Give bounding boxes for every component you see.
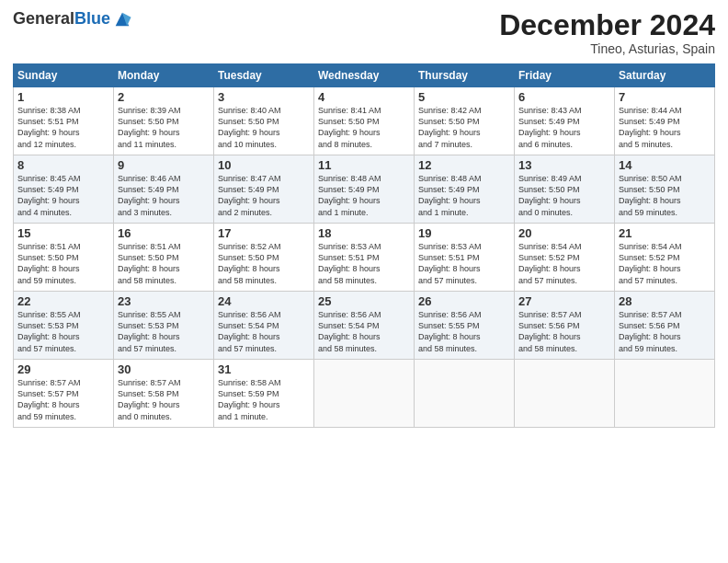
cell-text: Sunrise: 8:50 AM Sunset: 5:50 PM Dayligh… — [619, 173, 711, 218]
day-number: 5 — [418, 90, 510, 104]
cell-3-0: 22Sunrise: 8:55 AM Sunset: 5:53 PM Dayli… — [14, 292, 114, 360]
day-number: 4 — [318, 90, 410, 104]
cell-text: Sunrise: 8:41 AM Sunset: 5:50 PM Dayligh… — [318, 105, 410, 150]
location: Tineo, Asturias, Spain — [499, 41, 715, 56]
cell-0-6: 7Sunrise: 8:44 AM Sunset: 5:49 PM Daylig… — [615, 87, 715, 155]
month-title: December 2024 — [499, 9, 715, 41]
day-number: 12 — [418, 158, 510, 172]
cell-text: Sunrise: 8:42 AM Sunset: 5:50 PM Dayligh… — [418, 105, 510, 150]
day-number: 27 — [518, 294, 610, 308]
header-saturday: Saturday — [615, 64, 715, 87]
calendar-body: 1Sunrise: 8:38 AM Sunset: 5:51 PM Daylig… — [14, 87, 715, 428]
cell-1-0: 8Sunrise: 8:45 AM Sunset: 5:49 PM Daylig… — [14, 155, 114, 224]
header-tuesday: Tuesday — [214, 64, 314, 87]
cell-3-3: 25Sunrise: 8:56 AM Sunset: 5:54 PM Dayli… — [314, 292, 415, 360]
header-row: SundayMondayTuesdayWednesdayThursdayFrid… — [14, 64, 715, 87]
cell-1-2: 10Sunrise: 8:47 AM Sunset: 5:49 PM Dayli… — [214, 155, 314, 224]
cell-1-4: 12Sunrise: 8:48 AM Sunset: 5:49 PM Dayli… — [415, 155, 515, 224]
cell-text: Sunrise: 8:49 AM Sunset: 5:50 PM Dayligh… — [518, 173, 610, 218]
day-number: 19 — [418, 226, 510, 240]
logo-blue: Blue — [74, 9, 110, 28]
day-number: 29 — [17, 362, 109, 376]
cell-text: Sunrise: 8:57 AM Sunset: 5:56 PM Dayligh… — [518, 309, 610, 354]
header-wednesday: Wednesday — [314, 64, 415, 87]
calendar-table: SundayMondayTuesdayWednesdayThursdayFrid… — [13, 63, 715, 428]
day-number: 8 — [17, 158, 109, 172]
cell-1-6: 14Sunrise: 8:50 AM Sunset: 5:50 PM Dayli… — [615, 155, 715, 224]
day-number: 23 — [118, 294, 210, 308]
cell-text: Sunrise: 8:44 AM Sunset: 5:49 PM Dayligh… — [619, 105, 711, 150]
cell-text: Sunrise: 8:43 AM Sunset: 5:49 PM Dayligh… — [518, 105, 610, 150]
cell-2-3: 18Sunrise: 8:53 AM Sunset: 5:51 PM Dayli… — [314, 224, 415, 292]
cell-4-5 — [515, 360, 615, 428]
day-number: 31 — [218, 362, 310, 376]
header-monday: Monday — [114, 64, 214, 87]
cell-text: Sunrise: 8:51 AM Sunset: 5:50 PM Dayligh… — [17, 241, 109, 286]
title-block: December 2024 Tineo, Asturias, Spain — [499, 9, 715, 56]
cell-text: Sunrise: 8:55 AM Sunset: 5:53 PM Dayligh… — [118, 309, 210, 354]
day-number: 7 — [619, 90, 711, 104]
header-thursday: Thursday — [415, 64, 515, 87]
cell-4-6 — [615, 360, 715, 428]
week-row-2: 15Sunrise: 8:51 AM Sunset: 5:50 PM Dayli… — [14, 224, 715, 292]
cell-3-4: 26Sunrise: 8:56 AM Sunset: 5:55 PM Dayli… — [415, 292, 515, 360]
page-header: GeneralBlue December 2024 Tineo, Asturia… — [13, 9, 715, 56]
day-number: 13 — [518, 158, 610, 172]
week-row-0: 1Sunrise: 8:38 AM Sunset: 5:51 PM Daylig… — [14, 87, 715, 155]
cell-text: Sunrise: 8:48 AM Sunset: 5:49 PM Dayligh… — [318, 173, 410, 218]
header-friday: Friday — [515, 64, 615, 87]
cell-text: Sunrise: 8:46 AM Sunset: 5:49 PM Dayligh… — [118, 173, 210, 218]
day-number: 18 — [318, 226, 410, 240]
cell-2-4: 19Sunrise: 8:53 AM Sunset: 5:51 PM Dayli… — [415, 224, 515, 292]
cell-0-4: 5Sunrise: 8:42 AM Sunset: 5:50 PM Daylig… — [415, 87, 515, 155]
day-number: 1 — [17, 90, 109, 104]
day-number: 6 — [518, 90, 610, 104]
week-row-3: 22Sunrise: 8:55 AM Sunset: 5:53 PM Dayli… — [14, 292, 715, 360]
cell-0-0: 1Sunrise: 8:38 AM Sunset: 5:51 PM Daylig… — [14, 87, 114, 155]
cell-text: Sunrise: 8:45 AM Sunset: 5:49 PM Dayligh… — [17, 173, 109, 218]
cell-2-6: 21Sunrise: 8:54 AM Sunset: 5:52 PM Dayli… — [615, 224, 715, 292]
cell-text: Sunrise: 8:57 AM Sunset: 5:56 PM Dayligh… — [619, 309, 711, 354]
cell-1-5: 13Sunrise: 8:49 AM Sunset: 5:50 PM Dayli… — [515, 155, 615, 224]
cell-2-5: 20Sunrise: 8:54 AM Sunset: 5:52 PM Dayli… — [515, 224, 615, 292]
cell-0-5: 6Sunrise: 8:43 AM Sunset: 5:49 PM Daylig… — [515, 87, 615, 155]
cell-text: Sunrise: 8:54 AM Sunset: 5:52 PM Dayligh… — [518, 241, 610, 286]
week-row-4: 29Sunrise: 8:57 AM Sunset: 5:57 PM Dayli… — [14, 360, 715, 428]
cell-2-1: 16Sunrise: 8:51 AM Sunset: 5:50 PM Dayli… — [114, 224, 214, 292]
day-number: 11 — [318, 158, 410, 172]
day-number: 24 — [218, 294, 310, 308]
day-number: 2 — [118, 90, 210, 104]
day-number: 30 — [118, 362, 210, 376]
calendar-header: SundayMondayTuesdayWednesdayThursdayFrid… — [14, 64, 715, 87]
page-container: GeneralBlue December 2024 Tineo, Asturia… — [0, 0, 728, 435]
cell-text: Sunrise: 8:56 AM Sunset: 5:54 PM Dayligh… — [318, 309, 410, 354]
cell-text: Sunrise: 8:48 AM Sunset: 5:49 PM Dayligh… — [418, 173, 510, 218]
cell-text: Sunrise: 8:39 AM Sunset: 5:50 PM Dayligh… — [118, 105, 210, 150]
cell-4-4 — [415, 360, 515, 428]
day-number: 21 — [619, 226, 711, 240]
cell-text: Sunrise: 8:55 AM Sunset: 5:53 PM Dayligh… — [17, 309, 109, 354]
day-number: 15 — [17, 226, 109, 240]
cell-text: Sunrise: 8:47 AM Sunset: 5:49 PM Dayligh… — [218, 173, 310, 218]
cell-1-3: 11Sunrise: 8:48 AM Sunset: 5:49 PM Dayli… — [314, 155, 415, 224]
cell-3-5: 27Sunrise: 8:57 AM Sunset: 5:56 PM Dayli… — [515, 292, 615, 360]
day-number: 9 — [118, 158, 210, 172]
cell-text: Sunrise: 8:56 AM Sunset: 5:55 PM Dayligh… — [418, 309, 510, 354]
cell-4-3 — [314, 360, 415, 428]
cell-text: Sunrise: 8:56 AM Sunset: 5:54 PM Dayligh… — [218, 309, 310, 354]
cell-text: Sunrise: 8:40 AM Sunset: 5:50 PM Dayligh… — [218, 105, 310, 150]
day-number: 10 — [218, 158, 310, 172]
cell-3-6: 28Sunrise: 8:57 AM Sunset: 5:56 PM Dayli… — [615, 292, 715, 360]
cell-text: Sunrise: 8:51 AM Sunset: 5:50 PM Dayligh… — [118, 241, 210, 286]
cell-2-0: 15Sunrise: 8:51 AM Sunset: 5:50 PM Dayli… — [14, 224, 114, 292]
cell-3-1: 23Sunrise: 8:55 AM Sunset: 5:53 PM Dayli… — [114, 292, 214, 360]
cell-text: Sunrise: 8:57 AM Sunset: 5:57 PM Dayligh… — [17, 377, 109, 422]
day-number: 14 — [619, 158, 711, 172]
day-number: 20 — [518, 226, 610, 240]
cell-4-1: 30Sunrise: 8:57 AM Sunset: 5:58 PM Dayli… — [114, 360, 214, 428]
day-number: 26 — [418, 294, 510, 308]
cell-text: Sunrise: 8:53 AM Sunset: 5:51 PM Dayligh… — [318, 241, 410, 286]
day-number: 16 — [118, 226, 210, 240]
cell-text: Sunrise: 8:54 AM Sunset: 5:52 PM Dayligh… — [619, 241, 711, 286]
cell-text: Sunrise: 8:38 AM Sunset: 5:51 PM Dayligh… — [17, 105, 109, 150]
